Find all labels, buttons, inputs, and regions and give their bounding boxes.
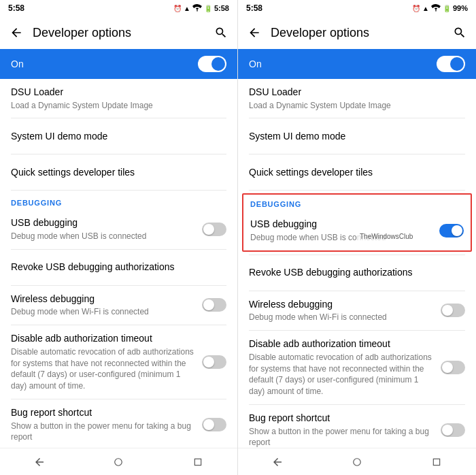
list-item-bug-report-left[interactable]: Bug report shortcut Show a button in the… xyxy=(0,399,237,448)
bug-report-toggle-left[interactable] xyxy=(202,418,226,431)
toggle-thumb xyxy=(203,419,214,430)
home-nav-right[interactable] xyxy=(343,451,371,473)
status-icons-right: ⏰ ▲ 🔋 99% xyxy=(412,4,468,13)
usb-debug-toggle-right[interactable] xyxy=(439,224,464,238)
list-item[interactable]: Revoke USB debugging authorizations xyxy=(0,250,237,285)
list-item[interactable]: DSU Loader Load a Dynamic System Update … xyxy=(238,79,476,118)
adb-timeout-toggle-right[interactable] xyxy=(441,361,465,374)
settings-list-right: DSU Loader Load a Dynamic System Update … xyxy=(238,79,476,448)
setting-text: System UI demo mode xyxy=(249,130,465,144)
list-item-usb-debugging-left[interactable]: USB debugging Debug mode when USB is con… xyxy=(0,210,237,248)
list-item-wireless-debugging-left[interactable]: Wireless debugging Debug mode when Wi-Fi… xyxy=(0,286,237,325)
wireless-debug-toggle-left[interactable] xyxy=(202,298,226,312)
setting-title: Bug report shortcut xyxy=(11,406,197,420)
list-item[interactable]: Quick settings developer tiles xyxy=(0,154,237,190)
toggle-label-right: On xyxy=(249,59,262,69)
setting-desc: Disable automatic revocation of adb auth… xyxy=(11,346,197,392)
setting-desc: Debug mode when USB is connected xyxy=(11,231,197,242)
setting-text: Revoke USB debugging authorizations xyxy=(11,261,226,274)
svg-rect-1 xyxy=(194,459,201,465)
wifi-icon xyxy=(431,4,441,13)
setting-title: DSU Loader xyxy=(249,86,460,99)
setting-text: USB debugging Debug mode when USB is con… xyxy=(250,218,439,243)
header-left: Developer options xyxy=(0,16,237,49)
setting-text: Quick settings developer tiles xyxy=(249,166,465,180)
list-item[interactable]: Revoke USB debugging authorizations xyxy=(238,255,476,291)
status-bar-right: 5:58 ⏰ ▲ 🔋 99% xyxy=(238,0,476,16)
bottom-nav-right xyxy=(238,448,476,475)
list-item[interactable]: System UI demo mode xyxy=(238,118,476,154)
main-toggle-left[interactable] xyxy=(198,56,226,72)
toggle-thumb-right xyxy=(450,57,464,71)
battery-icon: 🔋 xyxy=(443,5,451,12)
toggle-label-left: On xyxy=(11,59,24,69)
back-button-right[interactable] xyxy=(243,22,265,44)
setting-title: Quick settings developer tiles xyxy=(249,166,460,180)
toggle-thumb xyxy=(203,357,214,367)
setting-title: Wireless debugging xyxy=(11,293,197,306)
setting-title: Wireless debugging xyxy=(249,298,435,312)
toggle-thumb xyxy=(203,224,214,235)
list-item-usb-debugging-right[interactable]: USB debugging Debug mode when USB is con… xyxy=(243,211,471,250)
battery-percent-right: 99% xyxy=(453,4,468,12)
setting-text: DSU Loader Load a Dynamic System Update … xyxy=(11,86,226,111)
setting-text: Bug report shortcut Show a button in the… xyxy=(11,406,202,443)
status-time-right: 5:58 xyxy=(246,3,262,13)
recent-nav-left[interactable] xyxy=(184,451,211,473)
setting-title: Disable adb authorization timeout xyxy=(11,332,197,346)
main-toggle-right[interactable] xyxy=(437,56,465,72)
setting-desc: Debug mode when USB is connected xyxy=(250,232,434,244)
list-item-wireless-debugging-right[interactable]: Wireless debugging Debug mode when Wi-Fi… xyxy=(238,291,476,330)
status-icons-left: ⏰ ▲ 🔋 5:58 xyxy=(173,4,229,13)
setting-text: Wireless debugging Debug mode when Wi-Fi… xyxy=(11,293,202,318)
svg-point-2 xyxy=(354,458,361,465)
setting-title: Revoke USB debugging authorizations xyxy=(249,266,460,280)
list-item[interactable]: System UI demo mode xyxy=(0,118,237,154)
back-nav-left[interactable] xyxy=(26,451,53,473)
setting-text: Quick settings developer tiles xyxy=(11,166,226,180)
toggle-bar-right[interactable]: On xyxy=(238,49,476,79)
status-bar-left: 5:58 ⏰ ▲ 🔋 5:58 xyxy=(0,0,237,16)
back-button-left[interactable] xyxy=(5,22,27,44)
alarm-icon: ⏰ xyxy=(173,5,182,12)
bug-report-toggle-right[interactable] xyxy=(441,423,465,437)
setting-desc: Load a Dynamic System Update Image xyxy=(11,100,221,112)
setting-text: Revoke USB debugging authorizations xyxy=(249,266,465,280)
wireless-debug-toggle-right[interactable] xyxy=(441,304,465,317)
setting-title: Revoke USB debugging authorizations xyxy=(11,261,221,274)
back-nav-right[interactable] xyxy=(264,451,291,473)
setting-desc: Debug mode when Wi-Fi is connected xyxy=(11,306,197,318)
home-nav-left[interactable] xyxy=(105,451,132,473)
recent-nav-right[interactable] xyxy=(423,451,450,473)
toggle-bar-left[interactable]: On xyxy=(0,49,237,79)
setting-title: USB debugging xyxy=(11,216,197,230)
battery-percent-left: 5:58 xyxy=(214,4,229,12)
list-item-adb-timeout-right[interactable]: Disable adb authorization timeout Disabl… xyxy=(238,331,476,404)
setting-title: Disable adb authorization timeout xyxy=(249,338,435,351)
list-item-bug-report-right[interactable]: Bug report shortcut Show a button in the… xyxy=(238,405,476,448)
highlighted-debugging-section: DEBUGGING USB debugging Debug mode when … xyxy=(242,193,472,251)
search-button-right[interactable] xyxy=(449,22,471,44)
search-button-left[interactable] xyxy=(210,22,232,44)
list-item[interactable]: DSU Loader Load a Dynamic System Update … xyxy=(0,79,237,118)
section-header-debugging-right: DEBUGGING xyxy=(243,195,471,211)
setting-desc: Show a button in the power menu for taki… xyxy=(249,426,435,448)
toggle-thumb xyxy=(452,225,462,236)
setting-text: Wireless debugging Debug mode when Wi-Fi… xyxy=(249,298,441,323)
toggle-thumb xyxy=(442,362,453,373)
page-title-right: Developer options xyxy=(271,26,443,40)
toggle-thumb-left xyxy=(211,57,225,71)
svg-rect-3 xyxy=(433,459,439,465)
alarm-icon: ⏰ xyxy=(412,5,420,12)
list-item-adb-timeout-left[interactable]: Disable adb authorization timeout Disabl… xyxy=(0,325,237,399)
list-item[interactable]: Quick settings developer tiles xyxy=(238,154,476,190)
setting-text: DSU Loader Load a Dynamic System Update … xyxy=(249,86,465,111)
toggle-thumb xyxy=(442,425,453,436)
bottom-nav-left xyxy=(0,448,237,475)
battery-icon: 🔋 xyxy=(204,5,212,12)
adb-timeout-toggle-left[interactable] xyxy=(202,355,226,369)
usb-debug-toggle-left[interactable] xyxy=(202,223,226,236)
setting-title: System UI demo mode xyxy=(249,130,460,144)
setting-text: USB debugging Debug mode when USB is con… xyxy=(11,216,202,242)
signal-icon: ▲ xyxy=(184,5,190,12)
